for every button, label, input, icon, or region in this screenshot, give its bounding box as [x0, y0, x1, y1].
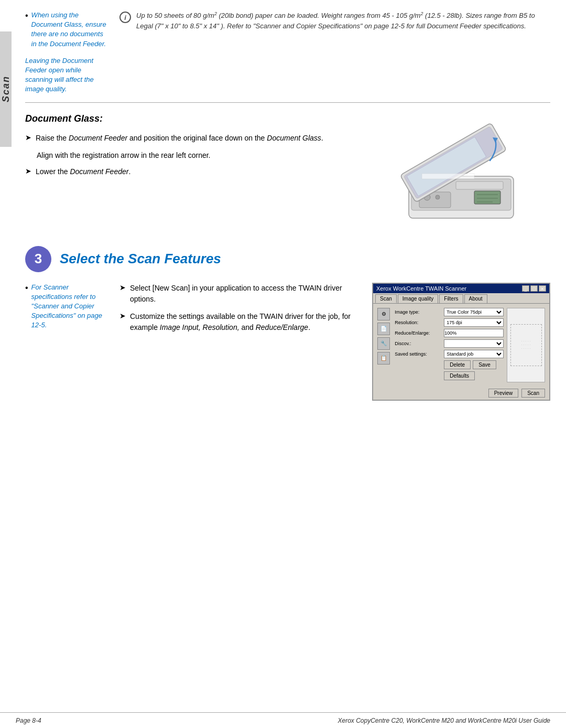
twain-row-reduce: Reduce/Enlarge: [395, 329, 504, 337]
twain-close-btn[interactable]: ✕ [539, 285, 546, 292]
twain-form: Image type: True Color 75dpi Resolution:… [395, 308, 504, 382]
twain-select-saved[interactable]: Standard job [444, 350, 504, 358]
note-2-text: Leaving the Document Feeder open while s… [25, 57, 94, 93]
twain-minimize-btn[interactable]: _ [522, 285, 529, 292]
twain-label-resolution: Resolution: [395, 320, 442, 325]
step-1-arrow: ➤ [25, 133, 31, 142]
twain-row-resolution: Resolution: 175 dpi [395, 318, 504, 327]
doc-glass-section: Document Glass: ➤ Raise the Document Fee… [25, 113, 550, 230]
page-footer: Page 8-4 Xerox CopyCentre C20, WorkCentr… [0, 712, 566, 728]
twain-tabs: Scan Image quality Filters About [373, 293, 549, 304]
twain-titlebar: Xerox WorkCentre TWAIN Scanner _ □ ✕ [373, 284, 549, 293]
svg-rect-5 [456, 181, 503, 189]
section3-body: • For Scanner specifications refer to "S… [25, 283, 550, 401]
section3-note-text: For Scanner specifications refer to "Sca… [31, 283, 109, 330]
twain-footer: Preview Scan [373, 387, 549, 400]
twain-tab-scan[interactable]: Scan [375, 294, 397, 303]
twain-row-buttons: Delete Save [395, 360, 504, 369]
twain-titlebar-buttons: _ □ ✕ [522, 285, 546, 292]
scan-step-2-text: Customize the settings available on the … [130, 311, 362, 333]
twain-maximize-btn[interactable]: □ [530, 285, 538, 292]
doc-glass-heading: Document Glass: [25, 113, 383, 124]
step-2: ➤ Lower the Document Feeder. [25, 166, 383, 177]
twain-tab-image[interactable]: Image quality [398, 294, 438, 303]
step-2-arrow: ➤ [25, 167, 31, 175]
twain-icon-1: ⚙ [377, 308, 390, 320]
footer-page: Page 8-4 [16, 717, 41, 724]
twain-label-imagetype: Image type: [395, 309, 442, 315]
doc-glass-content: Document Glass: ➤ Raise the Document Fee… [25, 113, 383, 230]
twain-delete-btn[interactable]: Delete [444, 360, 471, 369]
scanner-image [393, 113, 550, 230]
twain-select-resolution[interactable]: 175 dpi [444, 318, 504, 327]
step-2-text: Lower the Document Feeder. [36, 166, 130, 177]
twain-save-btn[interactable]: Save [473, 360, 496, 369]
twain-input-reduce[interactable] [444, 329, 504, 337]
twain-preview-dots: · · · · ·· · · · ·· · · · · [510, 324, 542, 366]
side-tab-label: Scan [1, 76, 12, 102]
twain-preview-btn[interactable]: Preview [488, 389, 519, 398]
twain-select-discov[interactable] [444, 339, 504, 348]
twain-dialog: Xerox WorkCentre TWAIN Scanner _ □ ✕ Sca… [372, 283, 550, 401]
scan-step-1: ➤ Select [New Scan] in your application … [119, 283, 362, 305]
scanner-illustration [393, 113, 540, 229]
twain-sidebar: ⚙ 📄 🔧 📋 [377, 308, 391, 382]
twain-row-defaults: Defaults [395, 371, 504, 380]
twain-preview-area: · · · · ·· · · · ·· · · · · [507, 308, 545, 382]
info-icon: i [119, 12, 131, 23]
section3-content: ➤ Select [New Scan] in your application … [119, 283, 362, 401]
note-1-text: When using the Document Glass, ensure th… [31, 10, 109, 49]
note-2: Leaving the Document Feeder open while s… [25, 56, 109, 94]
twain-scan-btn[interactable]: Scan [521, 389, 545, 398]
twain-body: ⚙ 📄 🔧 📋 Image type: True Color 75dpi Res… [373, 304, 549, 387]
svg-rect-14 [422, 174, 474, 179]
twain-tab-about[interactable]: About [464, 294, 487, 303]
twain-row-imagetype: Image type: True Color 75dpi [395, 308, 504, 316]
twain-row-saved: Saved settings: Standard job [395, 350, 504, 358]
twain-title: Xerox WorkCentre TWAIN Scanner [376, 285, 466, 292]
top-section: • When using the Document Glass, ensure … [25, 10, 550, 103]
twain-select-imagetype[interactable]: True Color 75dpi [444, 308, 504, 316]
section3-notes: • For Scanner specifications refer to "S… [25, 283, 109, 401]
bullet-1: • [25, 10, 28, 20]
section3-header: 3 Select the Scan Features [25, 246, 550, 272]
section3-note: • For Scanner specifications refer to "S… [25, 283, 109, 330]
scan-step-2-arrow: ➤ [119, 312, 126, 320]
twain-label-reduce: Reduce/Enlarge: [395, 330, 442, 336]
twain-icon-2: 📄 [377, 323, 390, 335]
twain-icon-3: 🔧 [377, 337, 390, 350]
footer-title: Xerox CopyCentre C20, WorkCentre M20 and… [338, 717, 551, 724]
scan-step-1-text: Select [New Scan] in your application to… [130, 283, 362, 305]
left-notes: • When using the Document Glass, ensure … [25, 10, 109, 94]
twain-defaults-btn[interactable]: Defaults [444, 371, 475, 380]
step-1: ➤ Raise the Document Feeder and position… [25, 133, 383, 144]
twain-tab-filters[interactable]: Filters [439, 294, 463, 303]
section3-bullet: • [25, 283, 28, 293]
info-text: Up to 50 sheets of 80 g/m2 (20lb bond) p… [136, 10, 550, 31]
twain-label-saved: Saved settings: [395, 351, 442, 357]
section3-number: 3 [25, 246, 51, 272]
step-1-sub: Align with the registration arrow in the… [37, 150, 383, 161]
twain-icon-4: 📋 [377, 352, 390, 365]
note-1: • When using the Document Glass, ensure … [25, 10, 109, 49]
step-1-text: Raise the Document Feeder and position t… [36, 133, 323, 144]
svg-point-4 [436, 195, 440, 199]
scan-step-2: ➤ Customize the settings available on th… [119, 311, 362, 333]
info-box: i Up to 50 sheets of 80 g/m2 (20lb bond)… [119, 10, 550, 94]
scan-step-1-arrow: ➤ [119, 283, 126, 292]
side-tab: Scan [0, 31, 12, 147]
twain-row-discov: Discov.: [395, 339, 504, 348]
section3-title: Select the Scan Features [60, 251, 221, 267]
twain-label-discov: Discov.: [395, 341, 442, 346]
